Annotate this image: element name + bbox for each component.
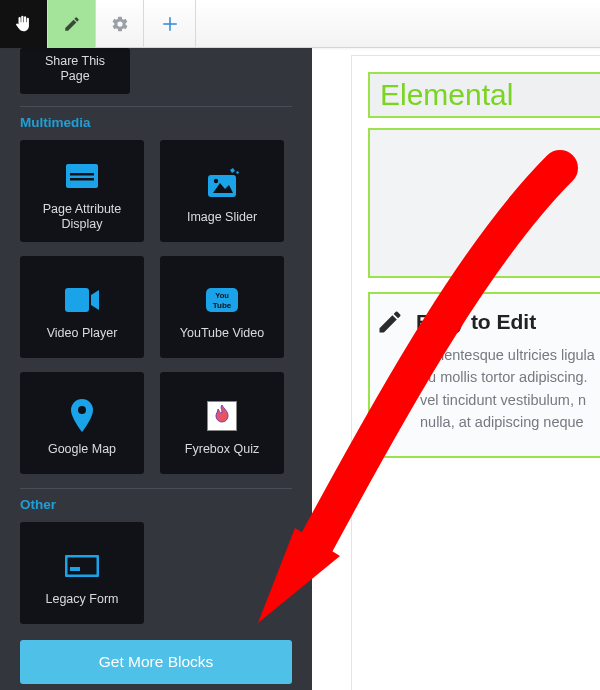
add-block-panel: Share This Page Multimedia Page Attribut… — [0, 48, 312, 690]
feature-body-text: Pellentesque ultricies ligula eu mollis … — [376, 344, 600, 434]
block-tile-page-attribute-display[interactable]: Page Attribute Display — [20, 140, 144, 242]
tile-label: Legacy Form — [40, 592, 125, 607]
block-tile-google-map[interactable]: Google Map — [20, 372, 144, 474]
gear-icon — [111, 15, 129, 33]
block-tile-legacy-form[interactable]: Legacy Form — [20, 522, 144, 624]
video-icon — [64, 274, 100, 326]
fyrebox-icon — [207, 390, 237, 442]
youtube-icon: YouTube — [205, 274, 239, 326]
tile-label: Video Player — [41, 326, 124, 341]
form-icon — [65, 540, 99, 592]
tile-label: Fyrebox Quiz — [179, 442, 265, 457]
svg-rect-12 — [66, 556, 98, 576]
edit-mode-button[interactable] — [48, 0, 96, 48]
pencil-icon — [63, 15, 81, 33]
site-title: Elemental — [380, 78, 600, 112]
plus-icon — [161, 15, 179, 33]
page-settings-button[interactable] — [96, 0, 144, 48]
section-divider — [20, 488, 292, 489]
svg-rect-6 — [65, 288, 89, 312]
svg-text:You: You — [215, 291, 229, 300]
tile-label-line1: Share This — [45, 54, 105, 68]
tile-label: YouTube Video — [174, 326, 270, 341]
block-tile-video-player[interactable]: Video Player — [20, 256, 144, 358]
card-list-icon — [65, 150, 99, 202]
section-title-other: Other — [20, 497, 296, 512]
slider-icon — [202, 158, 242, 210]
svg-marker-7 — [91, 290, 99, 310]
get-more-blocks-button[interactable]: Get More Blocks — [20, 640, 292, 684]
block-tile-youtube-video[interactable]: YouTube YouTube Video — [160, 256, 284, 358]
pencil-icon — [376, 308, 404, 336]
app-logo-button[interactable] — [0, 0, 48, 48]
editable-area-header[interactable]: Elemental — [370, 74, 600, 116]
tile-label: Google Map — [42, 442, 122, 457]
svg-rect-13 — [70, 567, 80, 571]
top-toolbar — [0, 0, 600, 48]
svg-point-5 — [214, 178, 218, 182]
block-tile-image-slider[interactable]: Image Slider — [160, 140, 284, 242]
editable-area-hero[interactable] — [370, 130, 600, 276]
feature-heading: Easy to Edit — [416, 310, 536, 334]
editable-area-feature[interactable]: Easy to Edit Pellentesque ultricies ligu… — [370, 294, 600, 456]
block-tile-fyrebox-quiz[interactable]: Fyrebox Quiz — [160, 372, 284, 474]
svg-rect-2 — [70, 178, 94, 181]
tile-label-line2: Page — [60, 69, 89, 83]
svg-point-11 — [78, 406, 86, 414]
section-title-multimedia: Multimedia — [20, 115, 296, 130]
block-tile-share-this-page[interactable]: Share This Page — [20, 48, 130, 94]
add-content-button[interactable] — [144, 0, 196, 48]
hand-logo-icon — [13, 13, 35, 35]
map-pin-icon — [70, 390, 94, 442]
svg-rect-0 — [66, 164, 98, 188]
svg-text:Tube: Tube — [213, 301, 232, 310]
svg-rect-1 — [70, 173, 94, 176]
section-divider — [20, 106, 292, 107]
tile-label: Image Slider — [181, 210, 263, 225]
page-preview: Elemental Easy to Edit Pellentesque ultr… — [352, 56, 600, 690]
tile-label: Page Attribute Display — [20, 202, 144, 232]
